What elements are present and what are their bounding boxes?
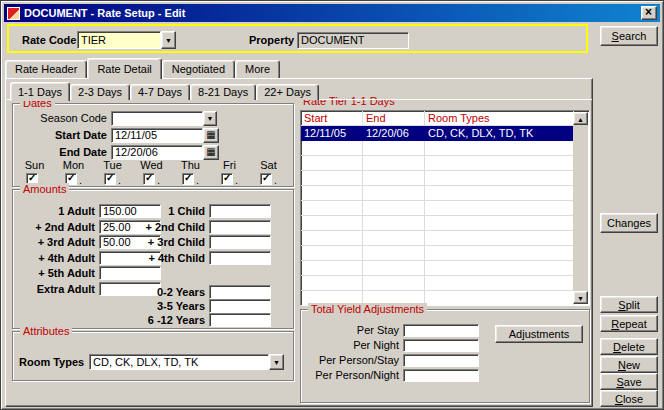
end-date-input[interactable] bbox=[111, 145, 203, 160]
rate-code-label: Rate Code bbox=[22, 34, 76, 47]
day-col-fri: Fri . bbox=[210, 159, 249, 185]
day-dot: . bbox=[274, 175, 277, 185]
column-header-end: End bbox=[363, 111, 425, 126]
property-field: DOCUMENT bbox=[297, 32, 409, 49]
per-night-label: Per Night bbox=[303, 339, 399, 351]
start-date-input[interactable] bbox=[111, 128, 203, 143]
table-row-empty[interactable] bbox=[301, 156, 574, 171]
day-dot: . bbox=[235, 175, 238, 185]
day-checkbox-thu[interactable] bbox=[182, 173, 194, 185]
tab-2-3-days[interactable]: 2-3 Days bbox=[70, 84, 130, 100]
scroll-down-icon[interactable] bbox=[573, 291, 588, 304]
day-dot: . bbox=[157, 175, 160, 185]
search-button[interactable]: Search bbox=[600, 26, 658, 46]
per-stay-input[interactable] bbox=[403, 324, 479, 337]
amounts-group: Amounts 1 Adult + 2nd Adult + 3rd Adult … bbox=[12, 189, 294, 329]
dates-group: Dates Season Code Start Date End Date Su… bbox=[12, 103, 294, 187]
tab-4-7-days[interactable]: 4-7 Days bbox=[130, 84, 190, 100]
changes-button[interactable]: Changes bbox=[600, 213, 658, 233]
weekdays-row: Sun . Mon . Tue . Wed . Thu . bbox=[15, 159, 291, 185]
years-6-12-input[interactable] bbox=[209, 313, 271, 327]
new-button[interactable]: New bbox=[600, 356, 658, 373]
years-0-2-input[interactable] bbox=[209, 285, 271, 299]
day-dot: . bbox=[196, 175, 199, 185]
child-2-label: + 2nd Child bbox=[119, 221, 205, 233]
tab-1-1-days[interactable]: 1-1 Days bbox=[10, 82, 70, 101]
season-code-dropdown-icon[interactable] bbox=[203, 111, 217, 126]
day-label: Sun bbox=[25, 159, 45, 171]
close-icon[interactable] bbox=[641, 6, 657, 20]
repeat-button[interactable]: Repeat bbox=[600, 315, 658, 332]
titlebar[interactable]: DOCUMENT - Rate Setup - Edit bbox=[4, 4, 660, 22]
table-row-empty[interactable] bbox=[301, 186, 574, 201]
day-checkbox-wed[interactable] bbox=[143, 173, 155, 185]
tab-negotiated[interactable]: Negotiated bbox=[162, 60, 235, 78]
amounts-group-title: Amounts bbox=[20, 183, 69, 196]
window-title: DOCUMENT - Rate Setup - Edit bbox=[24, 6, 641, 20]
child-3-label: + 3rd Child bbox=[119, 236, 205, 248]
scroll-up-icon[interactable] bbox=[573, 112, 588, 125]
adult-5-input[interactable] bbox=[99, 266, 161, 280]
split-button[interactable]: Split bbox=[600, 296, 658, 313]
tab-rate-header[interactable]: Rate Header bbox=[5, 60, 87, 78]
table-row-empty[interactable] bbox=[301, 201, 574, 216]
years-0-2-label: 0-2 Years bbox=[119, 286, 205, 298]
table-row-empty[interactable] bbox=[301, 261, 574, 276]
per-person-stay-label: Per Person/Stay bbox=[303, 354, 399, 366]
day-label: Mon bbox=[63, 159, 84, 171]
child-2-input[interactable] bbox=[209, 220, 271, 234]
rate-code-dropdown-icon[interactable] bbox=[161, 31, 176, 49]
per-stay-label: Per Stay bbox=[303, 324, 399, 336]
day-label: Wed bbox=[140, 159, 162, 171]
table-row-empty[interactable] bbox=[301, 171, 574, 186]
table-row-empty[interactable] bbox=[301, 276, 574, 291]
day-checkbox-fri[interactable] bbox=[221, 173, 233, 185]
adult-2-label: + 2nd Adult bbox=[15, 221, 95, 233]
table-row-empty[interactable] bbox=[301, 231, 574, 246]
table-row-selected[interactable]: 12/11/05 12/20/06 CD, CK, DLX, TD, TK bbox=[301, 126, 574, 141]
rate-code-input[interactable] bbox=[77, 31, 161, 49]
per-person-stay-input[interactable] bbox=[403, 354, 479, 367]
day-checkbox-tue[interactable] bbox=[104, 173, 116, 185]
tab-more[interactable]: More bbox=[235, 60, 280, 78]
room-types-row: Room Types bbox=[19, 354, 284, 370]
attributes-group: Attributes Room Types bbox=[12, 331, 294, 381]
day-checkbox-sat[interactable] bbox=[260, 173, 272, 185]
day-col-thu: Thu . bbox=[171, 159, 210, 185]
table-cell: 12/20/06 bbox=[363, 126, 425, 141]
end-date-calendar-icon[interactable] bbox=[203, 145, 219, 160]
table-row-empty[interactable] bbox=[301, 216, 574, 231]
day-col-sun: Sun . bbox=[15, 159, 54, 185]
rate-setup-window: DOCUMENT - Rate Setup - Edit Rate Code P… bbox=[0, 0, 664, 410]
day-col-wed: Wed . bbox=[132, 159, 171, 185]
room-types-dropdown-icon[interactable] bbox=[269, 354, 284, 370]
table-row-empty[interactable] bbox=[301, 141, 574, 156]
save-button[interactable]: Save bbox=[600, 373, 658, 390]
child-1-input[interactable] bbox=[209, 204, 271, 218]
day-col-tue: Tue . bbox=[93, 159, 132, 185]
table-scrollbar[interactable] bbox=[573, 112, 588, 304]
close-button[interactable]: Close bbox=[600, 390, 658, 407]
child-4-input[interactable] bbox=[209, 251, 271, 265]
day-label: Sat bbox=[260, 159, 277, 171]
years-3-5-input[interactable] bbox=[209, 299, 271, 313]
per-night-input[interactable] bbox=[403, 339, 479, 352]
per-person-night-input[interactable] bbox=[403, 369, 479, 382]
table-header-row: Start End Room Types bbox=[301, 111, 574, 126]
adjustments-button[interactable]: Adjustments bbox=[495, 325, 583, 343]
start-date-calendar-icon[interactable] bbox=[203, 128, 219, 143]
delete-button[interactable]: Delete bbox=[600, 338, 658, 355]
room-types-label: Room Types bbox=[19, 356, 89, 368]
extra-adult-label: Extra Adult bbox=[15, 283, 95, 295]
tab-22-plus-days[interactable]: 22+ Days bbox=[256, 84, 319, 100]
column-header-room-types: Room Types bbox=[425, 111, 574, 126]
day-col-sat: Sat . bbox=[249, 159, 288, 185]
main-tabs: Rate Header Rate Detail Negotiated More bbox=[5, 57, 280, 78]
table-row-empty[interactable] bbox=[301, 246, 574, 261]
day-range-tabs: 1-1 Days 2-3 Days 4-7 Days 8-21 Days 22+… bbox=[10, 81, 319, 100]
tab-rate-detail[interactable]: Rate Detail bbox=[87, 58, 161, 79]
child-3-input[interactable] bbox=[209, 235, 271, 249]
season-code-input[interactable] bbox=[111, 111, 203, 126]
room-types-input[interactable] bbox=[89, 354, 269, 370]
tab-8-21-days[interactable]: 8-21 Days bbox=[190, 84, 256, 100]
